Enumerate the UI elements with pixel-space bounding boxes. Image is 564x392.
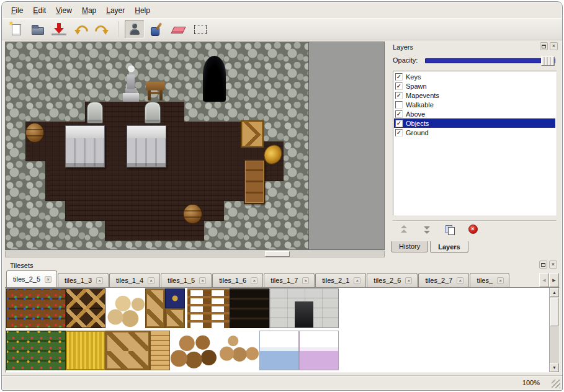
tab-close-icon[interactable]: ×: [457, 277, 463, 284]
tileset-canvas[interactable]: [6, 288, 548, 372]
floor-tile[interactable]: [125, 201, 145, 221]
floor-tile[interactable]: [164, 201, 184, 221]
tab-close-icon[interactable]: ×: [251, 277, 257, 284]
wall-tile[interactable]: [224, 241, 244, 249]
wall-tile[interactable]: [284, 62, 303, 82]
layer-row-spawn[interactable]: ✓Spawn: [394, 81, 555, 91]
floor-tile[interactable]: [45, 141, 65, 161]
wall-tile[interactable]: [303, 201, 309, 221]
redo-button[interactable]: [92, 20, 112, 38]
close-layers-button[interactable]: ×: [550, 42, 558, 50]
tilesets-dock-header[interactable]: Tilesets ×: [5, 260, 560, 270]
stamp-tool-button[interactable]: [125, 20, 145, 38]
floor-tile[interactable]: [105, 201, 125, 221]
wall-tile[interactable]: [164, 241, 184, 249]
wall-tile[interactable]: [224, 62, 244, 82]
floor-tile[interactable]: [204, 161, 224, 181]
floor-tile[interactable]: [85, 181, 105, 201]
floor-tile[interactable]: [164, 161, 184, 181]
tileset-tab-tiles_2_7[interactable]: tiles_2_7×: [418, 273, 469, 287]
map-object-table[interactable]: [146, 82, 164, 100]
tileset-tab-tiles_2_1[interactable]: tiles_2_1×: [315, 273, 366, 287]
wall-tile[interactable]: [45, 102, 65, 122]
tab-close-icon[interactable]: ×: [45, 276, 51, 283]
menu-item-map[interactable]: Map: [78, 5, 101, 16]
tileset-item-crate-wide[interactable]: [105, 331, 150, 370]
wall-tile[interactable]: [244, 42, 264, 62]
wall-tile[interactable]: [264, 82, 284, 102]
tileset-item-shelf-green[interactable]: [6, 331, 66, 370]
wall-tile[interactable]: [284, 42, 303, 62]
tab-close-icon[interactable]: ×: [199, 277, 206, 284]
tileset-tab-tiles_2_6[interactable]: tiles_2_6×: [367, 273, 418, 287]
wall-tile[interactable]: [303, 241, 309, 249]
wall-tile[interactable]: [284, 201, 303, 221]
tileset-viewport[interactable]: ▲ ▼: [5, 287, 560, 373]
wall-tile[interactable]: [224, 201, 244, 221]
layer-visibility-checkbox[interactable]: ✓: [395, 82, 403, 90]
wall-tile[interactable]: [224, 42, 244, 62]
tileset-item-crates-dark[interactable]: [66, 288, 105, 328]
wall-tile[interactable]: [45, 221, 65, 241]
tileset-item-crate-tan[interactable]: [145, 288, 165, 328]
wall-tile[interactable]: [45, 82, 65, 102]
wall-tile[interactable]: [6, 161, 25, 181]
wall-tile[interactable]: [25, 201, 45, 221]
wall-tile[interactable]: [264, 201, 284, 221]
duplicate-layer-button[interactable]: [442, 223, 457, 236]
opacity-slider[interactable]: [425, 58, 555, 63]
wall-tile[interactable]: [204, 241, 224, 249]
wall-tile[interactable]: [6, 62, 25, 82]
wall-tile[interactable]: [6, 122, 25, 141]
floor-tile[interactable]: [105, 122, 125, 141]
wall-tile[interactable]: [25, 181, 45, 201]
wall-tile[interactable]: [6, 141, 25, 161]
wall-tile[interactable]: [303, 82, 309, 102]
wall-tile[interactable]: [85, 42, 105, 62]
map-object-barrel[interactable]: [25, 123, 44, 143]
wall-tile[interactable]: [6, 241, 25, 249]
floor-tile[interactable]: [125, 181, 145, 201]
wall-tile[interactable]: [164, 82, 184, 102]
wall-tile[interactable]: [105, 241, 125, 249]
map-object-cave[interactable]: [203, 56, 226, 102]
floor-tile[interactable]: [45, 161, 65, 181]
wall-tile[interactable]: [204, 221, 224, 241]
map-object-barrel[interactable]: [183, 204, 202, 224]
tab-close-icon[interactable]: ×: [354, 277, 360, 284]
open-map-button[interactable]: [27, 20, 47, 38]
floor-tile[interactable]: [105, 221, 125, 241]
opacity-slider-handle[interactable]: [541, 56, 555, 66]
wall-tile[interactable]: [6, 201, 25, 221]
wall-tile[interactable]: [284, 102, 303, 122]
wall-tile[interactable]: [6, 42, 25, 62]
floor-tile[interactable]: [164, 141, 184, 161]
wall-tile[interactable]: [65, 221, 85, 241]
tileset-vertical-scrollbar[interactable]: ▲ ▼: [549, 288, 559, 372]
wall-tile[interactable]: [164, 62, 184, 82]
wall-tile[interactable]: [284, 122, 303, 141]
tab-close-icon[interactable]: ×: [405, 277, 412, 284]
floor-tile[interactable]: [145, 181, 164, 201]
wall-tile[interactable]: [264, 221, 284, 241]
wall-tile[interactable]: [25, 102, 45, 122]
tileset-item-sacks[interactable]: [105, 288, 145, 328]
wall-tile[interactable]: [105, 42, 125, 62]
menu-item-view[interactable]: View: [51, 5, 76, 16]
delete-layer-button[interactable]: ×: [465, 223, 480, 236]
wall-tile[interactable]: [184, 62, 204, 82]
wall-tile[interactable]: [125, 241, 145, 249]
tileset-item-bed-blue[interactable]: [259, 331, 299, 370]
close-tilesets-button[interactable]: ×: [549, 261, 557, 269]
layer-row-objects[interactable]: ✓Objects: [394, 118, 555, 128]
wall-tile[interactable]: [6, 181, 25, 201]
tileset-item-ladders[interactable]: [187, 288, 230, 328]
floor-tile[interactable]: [184, 122, 204, 141]
layer-row-mapevents[interactable]: ✓Mapevents: [394, 91, 555, 100]
map-object-statue[interactable]: [121, 65, 142, 102]
tileset-item-bed-pink[interactable]: [299, 331, 339, 370]
wall-tile[interactable]: [45, 42, 65, 62]
wall-tile[interactable]: [244, 102, 264, 122]
map-canvas[interactable]: [6, 42, 309, 249]
wall-tile[interactable]: [264, 62, 284, 82]
